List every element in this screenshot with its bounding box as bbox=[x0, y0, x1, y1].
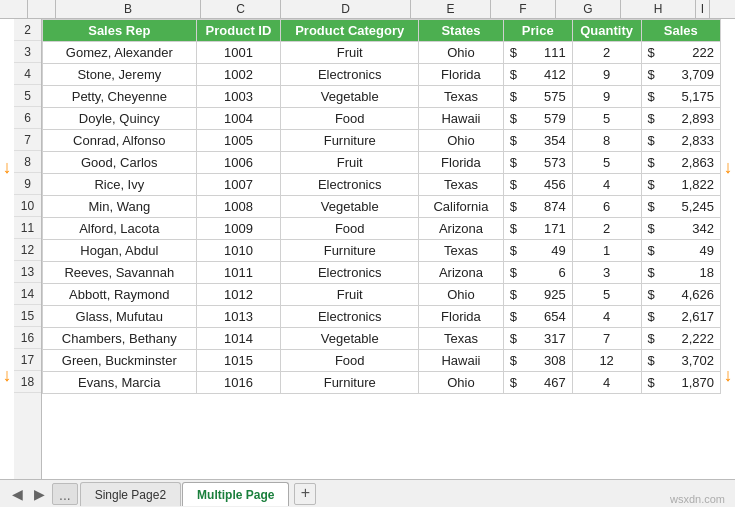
cell-product_id[interactable]: 1003 bbox=[196, 86, 281, 108]
cell-price[interactable]: $111 bbox=[503, 42, 572, 64]
cell-price[interactable]: $573 bbox=[503, 152, 572, 174]
cell-quantity[interactable]: 2 bbox=[572, 218, 641, 240]
cell-product_category[interactable]: Electronics bbox=[281, 262, 419, 284]
cell-quantity[interactable]: 9 bbox=[572, 64, 641, 86]
cell-sales[interactable]: $2,893 bbox=[641, 108, 720, 130]
cell-sales_rep[interactable]: Gomez, Alexander bbox=[43, 42, 197, 64]
cell-sales[interactable]: $2,222 bbox=[641, 328, 720, 350]
cell-quantity[interactable]: 4 bbox=[572, 372, 641, 394]
cell-states[interactable]: Hawaii bbox=[419, 350, 504, 372]
cell-states[interactable]: Ohio bbox=[419, 130, 504, 152]
cell-product_id[interactable]: 1015 bbox=[196, 350, 281, 372]
cell-states[interactable]: Ohio bbox=[419, 42, 504, 64]
cell-product_id[interactable]: 1012 bbox=[196, 284, 281, 306]
cell-quantity[interactable]: 3 bbox=[572, 262, 641, 284]
cell-quantity[interactable]: 4 bbox=[572, 174, 641, 196]
cell-price[interactable]: $874 bbox=[503, 196, 572, 218]
cell-product_category[interactable]: Vegetable bbox=[281, 196, 419, 218]
cell-sales_rep[interactable]: Chambers, Bethany bbox=[43, 328, 197, 350]
cell-states[interactable]: Arizona bbox=[419, 262, 504, 284]
cell-price[interactable]: $575 bbox=[503, 86, 572, 108]
cell-states[interactable]: Ohio bbox=[419, 284, 504, 306]
cell-price[interactable]: $654 bbox=[503, 306, 572, 328]
cell-product_id[interactable]: 1001 bbox=[196, 42, 281, 64]
cell-states[interactable]: Florida bbox=[419, 152, 504, 174]
cell-price[interactable]: $456 bbox=[503, 174, 572, 196]
cell-sales_rep[interactable]: Green, Buckminster bbox=[43, 350, 197, 372]
cell-sales_rep[interactable]: Petty, Cheyenne bbox=[43, 86, 197, 108]
tab-add-btn[interactable]: + bbox=[294, 483, 316, 505]
cell-product_category[interactable]: Electronics bbox=[281, 64, 419, 86]
cell-product_id[interactable]: 1011 bbox=[196, 262, 281, 284]
cell-quantity[interactable]: 7 bbox=[572, 328, 641, 350]
cell-product_id[interactable]: 1013 bbox=[196, 306, 281, 328]
cell-sales_rep[interactable]: Hogan, Abdul bbox=[43, 240, 197, 262]
cell-states[interactable]: Texas bbox=[419, 174, 504, 196]
cell-quantity[interactable]: 4 bbox=[572, 306, 641, 328]
cell-quantity[interactable]: 9 bbox=[572, 86, 641, 108]
cell-product_id[interactable]: 1008 bbox=[196, 196, 281, 218]
cell-states[interactable]: Hawaii bbox=[419, 108, 504, 130]
cell-product_category[interactable]: Fruit bbox=[281, 152, 419, 174]
cell-product_id[interactable]: 1009 bbox=[196, 218, 281, 240]
cell-sales[interactable]: $4,626 bbox=[641, 284, 720, 306]
cell-price[interactable]: $354 bbox=[503, 130, 572, 152]
tab-next-btn[interactable]: ▶ bbox=[30, 486, 48, 502]
tab-single-page[interactable]: Single Page2 bbox=[80, 482, 181, 506]
cell-sales[interactable]: $342 bbox=[641, 218, 720, 240]
cell-price[interactable]: $49 bbox=[503, 240, 572, 262]
cell-sales[interactable]: $18 bbox=[641, 262, 720, 284]
cell-product_category[interactable]: Food bbox=[281, 350, 419, 372]
cell-product_id[interactable]: 1005 bbox=[196, 130, 281, 152]
cell-product_category[interactable]: Fruit bbox=[281, 42, 419, 64]
cell-product_id[interactable]: 1004 bbox=[196, 108, 281, 130]
cell-product_category[interactable]: Furniture bbox=[281, 130, 419, 152]
cell-product_id[interactable]: 1010 bbox=[196, 240, 281, 262]
cell-price[interactable]: $171 bbox=[503, 218, 572, 240]
cell-quantity[interactable]: 2 bbox=[572, 42, 641, 64]
cell-price[interactable]: $308 bbox=[503, 350, 572, 372]
cell-product_category[interactable]: Furniture bbox=[281, 372, 419, 394]
tab-multiple-page[interactable]: Multiple Page bbox=[182, 482, 289, 506]
cell-states[interactable]: California bbox=[419, 196, 504, 218]
cell-states[interactable]: Texas bbox=[419, 86, 504, 108]
cell-sales[interactable]: $5,175 bbox=[641, 86, 720, 108]
cell-sales[interactable]: $1,822 bbox=[641, 174, 720, 196]
cell-states[interactable]: Florida bbox=[419, 306, 504, 328]
cell-product_id[interactable]: 1016 bbox=[196, 372, 281, 394]
cell-sales_rep[interactable]: Conrad, Alfonso bbox=[43, 130, 197, 152]
cell-states[interactable]: Arizona bbox=[419, 218, 504, 240]
cell-quantity[interactable]: 8 bbox=[572, 130, 641, 152]
cell-price[interactable]: $467 bbox=[503, 372, 572, 394]
tab-dots-btn[interactable]: ... bbox=[52, 483, 78, 505]
cell-sales_rep[interactable]: Evans, Marcia bbox=[43, 372, 197, 394]
cell-product_category[interactable]: Electronics bbox=[281, 174, 419, 196]
cell-states[interactable]: Ohio bbox=[419, 372, 504, 394]
cell-sales[interactable]: $2,617 bbox=[641, 306, 720, 328]
cell-sales[interactable]: $1,870 bbox=[641, 372, 720, 394]
cell-sales[interactable]: $49 bbox=[641, 240, 720, 262]
cell-quantity[interactable]: 1 bbox=[572, 240, 641, 262]
cell-product_id[interactable]: 1006 bbox=[196, 152, 281, 174]
cell-product_category[interactable]: Fruit bbox=[281, 284, 419, 306]
cell-sales_rep[interactable]: Abbott, Raymond bbox=[43, 284, 197, 306]
cell-sales_rep[interactable]: Alford, Lacota bbox=[43, 218, 197, 240]
cell-sales_rep[interactable]: Stone, Jeremy bbox=[43, 64, 197, 86]
cell-product_category[interactable]: Furniture bbox=[281, 240, 419, 262]
cell-product_category[interactable]: Electronics bbox=[281, 306, 419, 328]
cell-sales[interactable]: $2,833 bbox=[641, 130, 720, 152]
cell-product_id[interactable]: 1007 bbox=[196, 174, 281, 196]
cell-sales[interactable]: $222 bbox=[641, 42, 720, 64]
cell-product_id[interactable]: 1014 bbox=[196, 328, 281, 350]
tab-prev-btn[interactable]: ◀ bbox=[8, 486, 26, 502]
cell-states[interactable]: Texas bbox=[419, 240, 504, 262]
cell-sales_rep[interactable]: Rice, Ivy bbox=[43, 174, 197, 196]
cell-sales[interactable]: $5,245 bbox=[641, 196, 720, 218]
cell-sales[interactable]: $3,702 bbox=[641, 350, 720, 372]
cell-quantity[interactable]: 5 bbox=[572, 108, 641, 130]
cell-product_id[interactable]: 1002 bbox=[196, 64, 281, 86]
cell-price[interactable]: $317 bbox=[503, 328, 572, 350]
cell-product_category[interactable]: Food bbox=[281, 108, 419, 130]
cell-sales_rep[interactable]: Good, Carlos bbox=[43, 152, 197, 174]
cell-sales_rep[interactable]: Glass, Mufutau bbox=[43, 306, 197, 328]
